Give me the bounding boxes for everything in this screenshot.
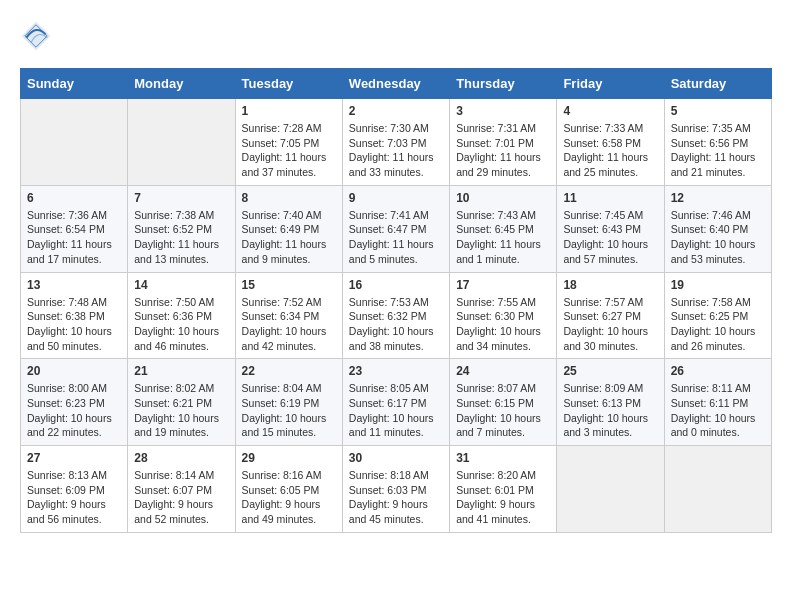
- weekday-header-thursday: Thursday: [450, 69, 557, 99]
- day-number: 2: [349, 104, 443, 118]
- calendar-cell: 16Sunrise: 7:53 AM Sunset: 6:32 PM Dayli…: [342, 272, 449, 359]
- day-info: Sunrise: 8:16 AM Sunset: 6:05 PM Dayligh…: [242, 468, 336, 527]
- day-info: Sunrise: 8:11 AM Sunset: 6:11 PM Dayligh…: [671, 381, 765, 440]
- calendar-cell: 22Sunrise: 8:04 AM Sunset: 6:19 PM Dayli…: [235, 359, 342, 446]
- calendar-cell: 19Sunrise: 7:58 AM Sunset: 6:25 PM Dayli…: [664, 272, 771, 359]
- day-number: 11: [563, 191, 657, 205]
- calendar-cell: 31Sunrise: 8:20 AM Sunset: 6:01 PM Dayli…: [450, 446, 557, 533]
- day-info: Sunrise: 7:55 AM Sunset: 6:30 PM Dayligh…: [456, 295, 550, 354]
- day-number: 7: [134, 191, 228, 205]
- weekday-header-tuesday: Tuesday: [235, 69, 342, 99]
- calendar-cell: 24Sunrise: 8:07 AM Sunset: 6:15 PM Dayli…: [450, 359, 557, 446]
- calendar-cell: 27Sunrise: 8:13 AM Sunset: 6:09 PM Dayli…: [21, 446, 128, 533]
- calendar-cell: 18Sunrise: 7:57 AM Sunset: 6:27 PM Dayli…: [557, 272, 664, 359]
- day-number: 17: [456, 278, 550, 292]
- day-info: Sunrise: 7:53 AM Sunset: 6:32 PM Dayligh…: [349, 295, 443, 354]
- weekday-header-friday: Friday: [557, 69, 664, 99]
- day-number: 15: [242, 278, 336, 292]
- page-header: [20, 20, 772, 52]
- logo: [20, 20, 56, 52]
- day-info: Sunrise: 7:31 AM Sunset: 7:01 PM Dayligh…: [456, 121, 550, 180]
- weekday-header-row: SundayMondayTuesdayWednesdayThursdayFrid…: [21, 69, 772, 99]
- day-info: Sunrise: 7:33 AM Sunset: 6:58 PM Dayligh…: [563, 121, 657, 180]
- day-number: 10: [456, 191, 550, 205]
- day-info: Sunrise: 7:52 AM Sunset: 6:34 PM Dayligh…: [242, 295, 336, 354]
- logo-icon: [20, 20, 52, 52]
- calendar-week-5: 27Sunrise: 8:13 AM Sunset: 6:09 PM Dayli…: [21, 446, 772, 533]
- calendar-cell: [557, 446, 664, 533]
- day-info: Sunrise: 7:30 AM Sunset: 7:03 PM Dayligh…: [349, 121, 443, 180]
- day-number: 19: [671, 278, 765, 292]
- day-info: Sunrise: 7:46 AM Sunset: 6:40 PM Dayligh…: [671, 208, 765, 267]
- day-info: Sunrise: 8:09 AM Sunset: 6:13 PM Dayligh…: [563, 381, 657, 440]
- day-number: 18: [563, 278, 657, 292]
- calendar-week-2: 6Sunrise: 7:36 AM Sunset: 6:54 PM Daylig…: [21, 185, 772, 272]
- day-number: 14: [134, 278, 228, 292]
- day-info: Sunrise: 7:58 AM Sunset: 6:25 PM Dayligh…: [671, 295, 765, 354]
- calendar-cell: 20Sunrise: 8:00 AM Sunset: 6:23 PM Dayli…: [21, 359, 128, 446]
- day-info: Sunrise: 7:35 AM Sunset: 6:56 PM Dayligh…: [671, 121, 765, 180]
- day-number: 31: [456, 451, 550, 465]
- calendar-cell: 26Sunrise: 8:11 AM Sunset: 6:11 PM Dayli…: [664, 359, 771, 446]
- calendar-cell: 29Sunrise: 8:16 AM Sunset: 6:05 PM Dayli…: [235, 446, 342, 533]
- day-info: Sunrise: 8:02 AM Sunset: 6:21 PM Dayligh…: [134, 381, 228, 440]
- day-number: 24: [456, 364, 550, 378]
- weekday-header-wednesday: Wednesday: [342, 69, 449, 99]
- calendar-week-4: 20Sunrise: 8:00 AM Sunset: 6:23 PM Dayli…: [21, 359, 772, 446]
- day-info: Sunrise: 7:28 AM Sunset: 7:05 PM Dayligh…: [242, 121, 336, 180]
- calendar-cell: 15Sunrise: 7:52 AM Sunset: 6:34 PM Dayli…: [235, 272, 342, 359]
- calendar-cell: [128, 99, 235, 186]
- calendar-cell: 5Sunrise: 7:35 AM Sunset: 6:56 PM Daylig…: [664, 99, 771, 186]
- day-info: Sunrise: 7:57 AM Sunset: 6:27 PM Dayligh…: [563, 295, 657, 354]
- day-info: Sunrise: 7:41 AM Sunset: 6:47 PM Dayligh…: [349, 208, 443, 267]
- calendar-cell: 4Sunrise: 7:33 AM Sunset: 6:58 PM Daylig…: [557, 99, 664, 186]
- day-number: 16: [349, 278, 443, 292]
- day-number: 30: [349, 451, 443, 465]
- day-number: 6: [27, 191, 121, 205]
- calendar-cell: 14Sunrise: 7:50 AM Sunset: 6:36 PM Dayli…: [128, 272, 235, 359]
- day-number: 20: [27, 364, 121, 378]
- calendar-cell: 30Sunrise: 8:18 AM Sunset: 6:03 PM Dayli…: [342, 446, 449, 533]
- calendar-cell: 25Sunrise: 8:09 AM Sunset: 6:13 PM Dayli…: [557, 359, 664, 446]
- day-number: 27: [27, 451, 121, 465]
- calendar-week-1: 1Sunrise: 7:28 AM Sunset: 7:05 PM Daylig…: [21, 99, 772, 186]
- day-info: Sunrise: 8:04 AM Sunset: 6:19 PM Dayligh…: [242, 381, 336, 440]
- day-number: 26: [671, 364, 765, 378]
- day-info: Sunrise: 8:00 AM Sunset: 6:23 PM Dayligh…: [27, 381, 121, 440]
- day-info: Sunrise: 8:07 AM Sunset: 6:15 PM Dayligh…: [456, 381, 550, 440]
- day-number: 5: [671, 104, 765, 118]
- day-info: Sunrise: 7:50 AM Sunset: 6:36 PM Dayligh…: [134, 295, 228, 354]
- calendar-cell: [664, 446, 771, 533]
- calendar-cell: 23Sunrise: 8:05 AM Sunset: 6:17 PM Dayli…: [342, 359, 449, 446]
- calendar-cell: 10Sunrise: 7:43 AM Sunset: 6:45 PM Dayli…: [450, 185, 557, 272]
- calendar-cell: 11Sunrise: 7:45 AM Sunset: 6:43 PM Dayli…: [557, 185, 664, 272]
- calendar-cell: 7Sunrise: 7:38 AM Sunset: 6:52 PM Daylig…: [128, 185, 235, 272]
- day-info: Sunrise: 8:18 AM Sunset: 6:03 PM Dayligh…: [349, 468, 443, 527]
- day-number: 13: [27, 278, 121, 292]
- calendar-cell: 2Sunrise: 7:30 AM Sunset: 7:03 PM Daylig…: [342, 99, 449, 186]
- day-info: Sunrise: 7:40 AM Sunset: 6:49 PM Dayligh…: [242, 208, 336, 267]
- day-number: 22: [242, 364, 336, 378]
- calendar-cell: 12Sunrise: 7:46 AM Sunset: 6:40 PM Dayli…: [664, 185, 771, 272]
- day-info: Sunrise: 7:38 AM Sunset: 6:52 PM Dayligh…: [134, 208, 228, 267]
- weekday-header-saturday: Saturday: [664, 69, 771, 99]
- calendar-cell: 9Sunrise: 7:41 AM Sunset: 6:47 PM Daylig…: [342, 185, 449, 272]
- calendar-cell: 6Sunrise: 7:36 AM Sunset: 6:54 PM Daylig…: [21, 185, 128, 272]
- weekday-header-sunday: Sunday: [21, 69, 128, 99]
- day-info: Sunrise: 7:43 AM Sunset: 6:45 PM Dayligh…: [456, 208, 550, 267]
- day-info: Sunrise: 8:20 AM Sunset: 6:01 PM Dayligh…: [456, 468, 550, 527]
- day-number: 23: [349, 364, 443, 378]
- day-number: 9: [349, 191, 443, 205]
- day-number: 25: [563, 364, 657, 378]
- weekday-header-monday: Monday: [128, 69, 235, 99]
- calendar-cell: 28Sunrise: 8:14 AM Sunset: 6:07 PM Dayli…: [128, 446, 235, 533]
- day-number: 12: [671, 191, 765, 205]
- day-info: Sunrise: 7:48 AM Sunset: 6:38 PM Dayligh…: [27, 295, 121, 354]
- calendar-week-3: 13Sunrise: 7:48 AM Sunset: 6:38 PM Dayli…: [21, 272, 772, 359]
- calendar-cell: 8Sunrise: 7:40 AM Sunset: 6:49 PM Daylig…: [235, 185, 342, 272]
- calendar-table: SundayMondayTuesdayWednesdayThursdayFrid…: [20, 68, 772, 533]
- calendar-cell: 3Sunrise: 7:31 AM Sunset: 7:01 PM Daylig…: [450, 99, 557, 186]
- day-number: 29: [242, 451, 336, 465]
- day-number: 21: [134, 364, 228, 378]
- day-number: 1: [242, 104, 336, 118]
